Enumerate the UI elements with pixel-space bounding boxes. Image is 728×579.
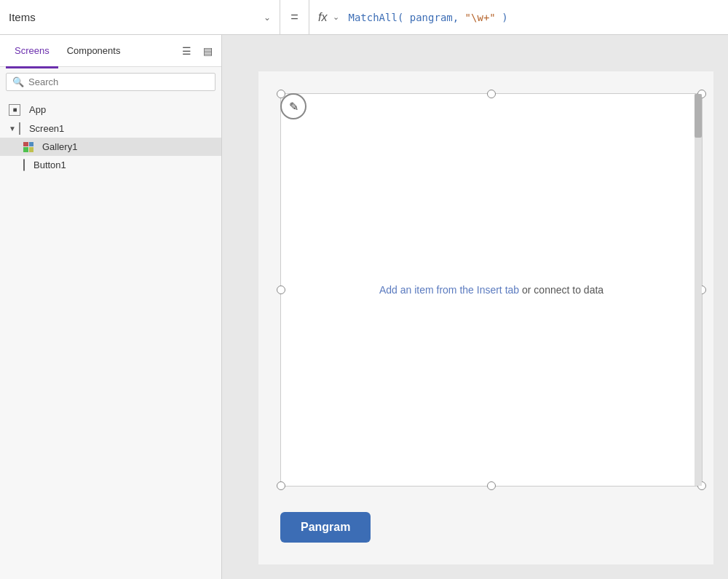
- fx-icon: fx: [318, 11, 327, 24]
- search-box: 🔍: [6, 73, 215, 91]
- list-view-icon[interactable]: ☰: [179, 42, 194, 60]
- tab-components[interactable]: Components: [58, 39, 130, 62]
- formula-text: MatchAll( pangram, "\w+" ): [348, 12, 507, 23]
- handle-bot-left[interactable]: [277, 481, 285, 490]
- tree-view: ◾ App ▼ Screen1: [0, 97, 221, 177]
- canvas-area[interactable]: ✎ Add an item from the Insert tab or con…: [222, 35, 728, 579]
- handle-bot-center[interactable]: [487, 481, 496, 490]
- expand-arrow-icon: ▼: [9, 125, 16, 133]
- tree-item-app[interactable]: ◾ App: [0, 100, 221, 119]
- pangram-button[interactable]: Pangram: [280, 512, 371, 543]
- screen-icon: [19, 123, 25, 134]
- button-component: Pangram: [280, 512, 371, 543]
- gallery-scrollbar[interactable]: [695, 94, 702, 486]
- gallery-component[interactable]: ✎ Add an item from the Insert tab or con…: [280, 93, 703, 487]
- main-area: Screens Components ☰ ▤ 🔍 ◾ App: [0, 35, 728, 579]
- tab-icons: ☰ ▤: [179, 42, 215, 60]
- gallery-placeholder: Add an item from the Insert tab or conne…: [379, 284, 604, 296]
- tree-item-gallery1[interactable]: Gallery1: [0, 138, 221, 156]
- equals-sign: =: [280, 0, 309, 34]
- panel-tabs: Screens Components ☰ ▤: [0, 35, 221, 67]
- tree-item-button1[interactable]: Button1: [0, 156, 221, 174]
- formula-string: "\w+": [465, 12, 496, 23]
- canvas-content: ✎ Add an item from the Insert tab or con…: [258, 71, 713, 564]
- property-name: Items: [9, 11, 258, 23]
- scrollbar-thumb[interactable]: [695, 94, 702, 138]
- button1-label: Button1: [33, 159, 66, 170]
- gallery-placeholder-link: Add an item from the Insert tab: [379, 284, 519, 296]
- handle-mid-left[interactable]: [277, 285, 285, 294]
- edit-handle[interactable]: ✎: [280, 93, 306, 119]
- handle-top-center[interactable]: [487, 90, 496, 98]
- search-icon: 🔍: [12, 76, 24, 87]
- tab-screens[interactable]: Screens: [6, 39, 58, 62]
- screen1-label: Screen1: [29, 123, 64, 134]
- property-selector[interactable]: Items ⌄: [0, 0, 280, 34]
- grid-view-icon[interactable]: ▤: [200, 42, 215, 60]
- top-bar: Items ⌄ = fx ⌄ MatchAll( pangram, "\w+" …: [0, 0, 728, 35]
- left-panel: Screens Components ☰ ▤ 🔍 ◾ App: [0, 35, 222, 579]
- gallery-placeholder-text2: or connect to data: [519, 284, 604, 296]
- formula-bar[interactable]: fx ⌄ MatchAll( pangram, "\w+" ): [309, 0, 728, 34]
- button-icon: [23, 159, 29, 170]
- fx-chevron-icon: ⌄: [333, 12, 339, 22]
- gallery1-label: Gallery1: [42, 141, 77, 152]
- app-icon: ◾: [9, 103, 25, 116]
- gallery-icon: [23, 142, 38, 152]
- tree-item-screen1[interactable]: ▼ Screen1: [0, 119, 221, 138]
- search-input[interactable]: [28, 76, 209, 87]
- app-label: App: [29, 104, 46, 115]
- dropdown-arrow-icon: ⌄: [264, 12, 271, 23]
